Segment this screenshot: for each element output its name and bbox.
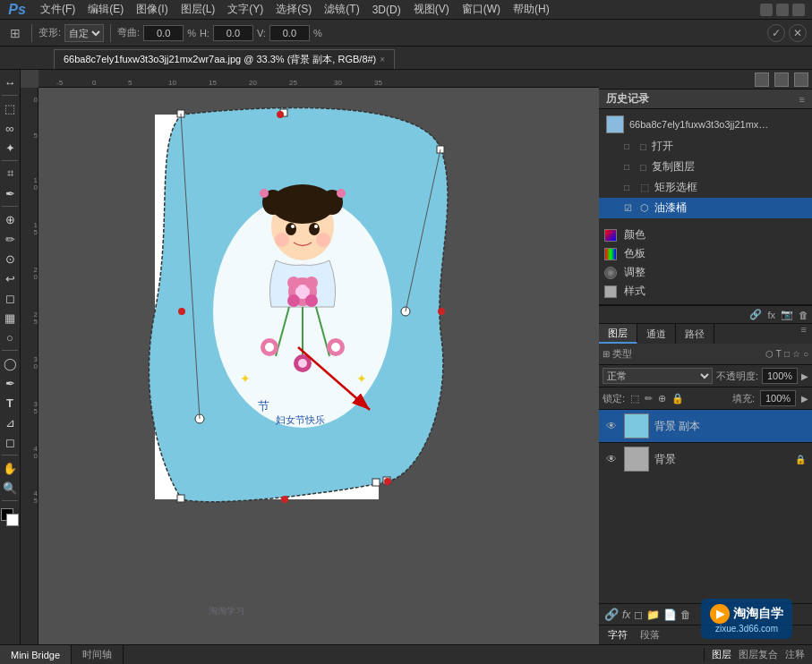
filter-btn-4[interactable]: ☆: [792, 349, 800, 359]
color-swatches[interactable]: [1, 508, 19, 532]
panel-icon-2[interactable]: [774, 72, 789, 87]
fill-input[interactable]: [760, 390, 796, 406]
maximize-button[interactable]: [776, 4, 789, 16]
lock-transparent-icon[interactable]: ⬚: [630, 393, 639, 404]
layer-item-bg[interactable]: 👁 背景 🔒: [599, 443, 812, 475]
adjust-panel-btn[interactable]: 调整: [604, 265, 807, 280]
heal-tool[interactable]: ⊕: [1, 210, 19, 228]
transform-handle-b[interactable]: [372, 479, 380, 486]
menu-help[interactable]: 帮助(H): [507, 0, 556, 19]
document-tab[interactable]: 66ba8c7ely1fuxw3t3o3jj21mx2wr7aa.jpg @ 3…: [54, 49, 395, 69]
fill-arrow[interactable]: ▶: [801, 394, 808, 404]
history-panel-menu[interactable]: ≡: [799, 94, 805, 105]
history-brush-tool[interactable]: ↩: [1, 269, 19, 287]
blend-mode-select[interactable]: 正常: [603, 368, 713, 384]
opacity-arrow[interactable]: ▶: [801, 371, 808, 381]
opacity-input[interactable]: [762, 368, 798, 384]
add-mask-btn[interactable]: ◻: [634, 609, 643, 621]
history-item-rect[interactable]: □ ⬚ 矩形选框: [599, 177, 812, 198]
menu-text[interactable]: 文字(Y): [221, 0, 269, 19]
link-layers-btn[interactable]: 🔗: [604, 608, 619, 621]
brush-tool[interactable]: ✏: [1, 230, 19, 248]
layers-trash-icon[interactable]: 🗑: [799, 310, 808, 320]
shape-tool[interactable]: ◻: [1, 433, 19, 451]
document-tab-close[interactable]: ×: [380, 55, 385, 64]
new-group-btn[interactable]: 📁: [646, 609, 660, 621]
menu-file[interactable]: 文件(F): [34, 0, 81, 19]
menu-3d[interactable]: 3D(D): [366, 2, 407, 18]
layers-fx-icon[interactable]: fx: [767, 310, 775, 320]
lock-image-icon[interactable]: ✏: [645, 393, 653, 404]
gradient-tool[interactable]: ▦: [1, 309, 19, 327]
timeline-tab[interactable]: 时间轴: [72, 645, 124, 665]
layers-tab-paths[interactable]: 路径: [676, 324, 714, 344]
history-item-duplicate[interactable]: □ □ 复制图层: [599, 157, 812, 177]
hand-tool[interactable]: ✋: [1, 459, 19, 477]
minimize-button[interactable]: [760, 4, 773, 16]
h-input[interactable]: [213, 25, 253, 41]
filter-btn-3[interactable]: □: [784, 349, 790, 359]
layers-tab-layers[interactable]: 图层: [599, 324, 637, 344]
layers-bottom-tab-layers[interactable]: 图层: [712, 648, 731, 661]
menu-window[interactable]: 窗口(W): [456, 0, 507, 19]
wand-tool[interactable]: ✦: [1, 139, 19, 157]
character-tab[interactable]: 字符: [604, 628, 631, 642]
new-layer-btn[interactable]: 📄: [663, 609, 677, 621]
panel-icon-1[interactable]: [755, 72, 769, 87]
transform-select[interactable]: 自定: [64, 24, 104, 42]
delete-layer-btn[interactable]: 🗑: [680, 609, 691, 621]
layers-bottom-tab-comp[interactable]: 图层复合: [739, 648, 778, 661]
menu-layer[interactable]: 图层(L): [175, 0, 222, 19]
zoom-tool[interactable]: 🔍: [1, 479, 19, 497]
text-tool[interactable]: T: [1, 394, 19, 412]
v-input[interactable]: [269, 25, 310, 41]
confirm-button[interactable]: ✓: [767, 24, 785, 42]
close-button[interactable]: [792, 4, 805, 16]
blur-tool[interactable]: ○: [1, 328, 19, 346]
layers-bottom-tab-notes[interactable]: 注释: [785, 648, 805, 661]
menu-edit[interactable]: 编辑(E): [81, 0, 130, 19]
svg-point-15: [287, 277, 300, 289]
paragraph-tab[interactable]: 段落: [637, 628, 663, 642]
style-panel-btn[interactable]: 样式: [604, 284, 807, 299]
color-panel-btn[interactable]: 颜色: [604, 227, 807, 243]
layer-eye-bg[interactable]: 👁: [604, 452, 619, 466]
eraser-tool[interactable]: ◻: [1, 289, 19, 307]
filter-toggle[interactable]: ○: [803, 349, 808, 359]
layers-camera-icon[interactable]: 📷: [781, 309, 793, 320]
filter-btn-2[interactable]: T: [776, 349, 782, 359]
lock-all-icon[interactable]: 🔒: [671, 393, 684, 404]
layer-eye-bg-copy[interactable]: 👁: [604, 419, 619, 433]
layers-tab-channels[interactable]: 通道: [637, 324, 676, 344]
lock-position-icon[interactable]: ⊕: [658, 393, 666, 404]
menu-select[interactable]: 选择(S): [269, 0, 318, 19]
fx-btn[interactable]: fx: [622, 609, 630, 621]
layers-panel-menu-icon[interactable]: ≡: [796, 324, 812, 344]
menu-filter[interactable]: 滤镜(T): [318, 0, 365, 19]
mini-bridge-tab[interactable]: Mini Bridge: [0, 645, 72, 665]
pen-tool[interactable]: ✒: [1, 374, 19, 392]
cancel-button[interactable]: ✕: [789, 24, 807, 42]
eyedrop-tool[interactable]: ✒: [1, 184, 19, 202]
canvas-area[interactable]: -5 0 5 10 15 20 25 30 35 0 5 10 15 20 25…: [21, 70, 599, 644]
filter-btn-1[interactable]: ⬡: [765, 349, 774, 359]
menu-image[interactable]: 图像(I): [130, 0, 174, 19]
lasso-tool[interactable]: ∞: [1, 119, 19, 137]
history-item-bucket[interactable]: ☑ ⬡ 油漆桶: [599, 198, 812, 218]
dodge-tool[interactable]: ◯: [1, 354, 19, 372]
transform-handle-bl[interactable]: [177, 495, 184, 502]
palette-panel-btn[interactable]: 色板: [604, 246, 807, 261]
transform-anchor[interactable]: [384, 478, 391, 485]
menu-view[interactable]: 视图(V): [407, 0, 456, 19]
background-color[interactable]: [6, 514, 19, 526]
panel-icon-3[interactable]: [794, 72, 808, 87]
path-tool[interactable]: ⊿: [1, 413, 19, 431]
layers-link-icon[interactable]: 🔗: [749, 309, 762, 320]
selection-tool[interactable]: ⬚: [1, 99, 19, 117]
clone-tool[interactable]: ⊙: [1, 250, 19, 268]
move-tool[interactable]: ↔: [1, 73, 19, 91]
bend-input[interactable]: [143, 25, 184, 41]
layer-item-bg-copy[interactable]: 👁 背景 副本: [599, 410, 812, 442]
history-item-open[interactable]: □ □ 打开: [599, 136, 812, 157]
crop-tool[interactable]: ⌗: [1, 165, 19, 183]
